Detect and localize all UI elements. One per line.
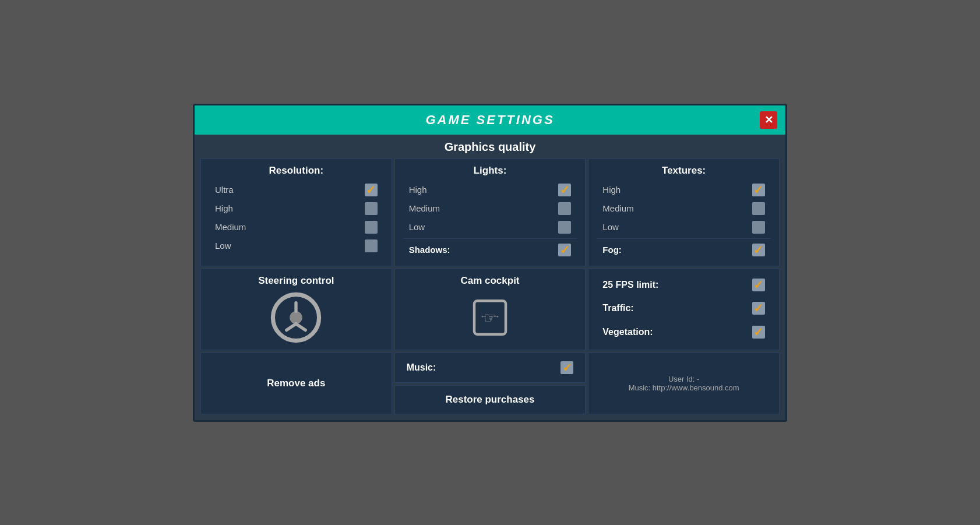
cam-title: Cam cockpit xyxy=(460,275,519,287)
music-credit-text: Music: http://www.bensound.com xyxy=(629,383,739,392)
music-check: ✓ xyxy=(562,362,572,374)
resolution-high-label: High xyxy=(215,203,233,213)
lights-high-row[interactable]: High ✓ xyxy=(403,181,577,199)
resolution-ultra-check: ✓ xyxy=(366,184,376,196)
music-checkbox[interactable]: ✓ xyxy=(560,361,573,374)
vegetation-checkbox[interactable]: ✓ xyxy=(752,326,765,339)
textures-high-row[interactable]: High ✓ xyxy=(597,181,771,199)
steering-title: Steering control xyxy=(258,275,334,287)
music-panel[interactable]: Music: ✓ xyxy=(394,353,586,383)
fog-label: Fog: xyxy=(602,245,621,255)
resolution-ultra-checkbox[interactable]: ✓ xyxy=(365,184,378,196)
resolution-low-label: Low xyxy=(215,241,231,251)
graphics-section-title: Graphics quality xyxy=(200,140,780,154)
traffic-row[interactable]: Traffic: ✓ xyxy=(597,300,771,317)
vegetation-label: Vegetation: xyxy=(602,327,653,337)
lights-high-checkbox[interactable]: ✓ xyxy=(558,184,571,196)
settings-content: Graphics quality Resolution: Ultra ✓ Hig… xyxy=(195,135,785,420)
lights-medium-row[interactable]: Medium xyxy=(403,200,577,217)
svg-line-3 xyxy=(287,323,296,330)
resolution-medium-label: Medium xyxy=(215,222,246,232)
resolution-ultra-label: Ultra xyxy=(215,185,234,195)
textures-low-row[interactable]: Low xyxy=(597,219,771,236)
fps-checkbox[interactable]: ✓ xyxy=(752,279,765,291)
svg-line-4 xyxy=(296,323,305,330)
traffic-check: ✓ xyxy=(753,302,763,314)
lights-high-check: ✓ xyxy=(560,184,570,196)
fog-check: ✓ xyxy=(753,244,763,256)
lights-panel: Lights: High ✓ Medium Low Sh xyxy=(394,158,586,266)
resolution-low-row[interactable]: Low xyxy=(209,237,383,255)
textures-medium-row[interactable]: Medium xyxy=(597,200,771,217)
remove-ads-button[interactable]: Remove ads xyxy=(200,353,392,414)
steering-wheel-icon xyxy=(270,291,322,344)
cam-panel[interactable]: Cam cockpit ☞ ← → xyxy=(394,269,586,350)
user-id-text: User Id: - xyxy=(668,375,699,383)
vegetation-row[interactable]: Vegetation: ✓ xyxy=(597,323,771,341)
steering-panel[interactable]: Steering control xyxy=(200,269,392,350)
resolution-high-checkbox[interactable] xyxy=(365,202,378,215)
fog-toggle-row[interactable]: Fog: ✓ xyxy=(597,241,771,259)
lights-high-label: High xyxy=(409,185,427,195)
shadows-toggle-row[interactable]: Shadows: ✓ xyxy=(403,241,577,259)
lights-low-checkbox[interactable] xyxy=(558,221,571,234)
resolution-medium-checkbox[interactable] xyxy=(365,221,378,234)
title-bar: GAME SETTINGS ✕ xyxy=(195,105,785,135)
dialog-title: GAME SETTINGS xyxy=(425,112,554,128)
close-button[interactable]: ✕ xyxy=(760,111,777,129)
textures-medium-label: Medium xyxy=(602,203,633,213)
resolution-low-checkbox[interactable] xyxy=(365,239,378,252)
textures-low-checkbox[interactable] xyxy=(752,221,765,234)
info-panel: User Id: - Music: http://www.bensound.co… xyxy=(588,353,780,414)
traffic-label: Traffic: xyxy=(602,303,633,313)
cam-cockpit-icon: ☞ ← → xyxy=(464,291,516,344)
textures-medium-checkbox[interactable] xyxy=(752,202,765,215)
svg-text:→: → xyxy=(492,312,500,320)
music-label: Music: xyxy=(407,362,436,373)
textures-panel: Textures: High ✓ Medium Low xyxy=(588,158,780,266)
shadows-row: Shadows: ✓ xyxy=(403,238,577,259)
textures-low-label: Low xyxy=(602,222,619,232)
resolution-ultra-row[interactable]: Ultra ✓ xyxy=(209,181,383,199)
resolution-header: Resolution: xyxy=(209,165,383,177)
svg-text:←: ← xyxy=(480,312,488,320)
restore-purchases-label: Restore purchases xyxy=(445,394,534,406)
shadows-checkbox[interactable]: ✓ xyxy=(558,244,571,256)
fps-check: ✓ xyxy=(753,279,763,291)
restore-purchases-button[interactable]: Restore purchases xyxy=(394,385,586,414)
vegetation-check: ✓ xyxy=(753,326,763,338)
textures-high-check: ✓ xyxy=(753,184,763,196)
resolution-high-row[interactable]: High xyxy=(209,200,383,217)
textures-high-label: High xyxy=(602,185,621,195)
right-options-panel: 25 FPS limit: ✓ Traffic: ✓ Vegetation: ✓ xyxy=(588,269,780,350)
remove-ads-label: Remove ads xyxy=(267,378,325,389)
traffic-checkbox[interactable]: ✓ xyxy=(752,302,765,315)
resolution-panel: Resolution: Ultra ✓ High Medium Low xyxy=(200,158,392,266)
game-settings-dialog: GAME SETTINGS ✕ Graphics quality Resolut… xyxy=(193,104,787,422)
textures-header: Textures: xyxy=(597,165,771,177)
shadows-label: Shadows: xyxy=(409,245,450,255)
lights-medium-label: Medium xyxy=(409,203,440,213)
lights-header: Lights: xyxy=(403,165,577,177)
graphics-grid: Resolution: Ultra ✓ High Medium Low xyxy=(200,158,780,266)
resolution-medium-row[interactable]: Medium xyxy=(209,219,383,236)
lights-medium-checkbox[interactable] xyxy=(558,202,571,215)
bottom-grid: Steering control Cam cockpit ☞ xyxy=(200,269,780,350)
textures-high-checkbox[interactable]: ✓ xyxy=(752,184,765,196)
lights-low-label: Low xyxy=(409,222,425,232)
music-restore-column: Music: ✓ Restore purchases xyxy=(394,353,586,414)
fps-row[interactable]: 25 FPS limit: ✓ xyxy=(597,276,771,294)
svg-point-1 xyxy=(290,311,303,324)
lights-low-row[interactable]: Low xyxy=(403,219,577,236)
fog-checkbox[interactable]: ✓ xyxy=(752,244,765,256)
shadows-check: ✓ xyxy=(560,244,570,256)
bottom-row: Remove ads Music: ✓ Restore purchases Us… xyxy=(200,353,780,414)
fps-label: 25 FPS limit: xyxy=(602,280,658,290)
fog-row: Fog: ✓ xyxy=(597,238,771,259)
